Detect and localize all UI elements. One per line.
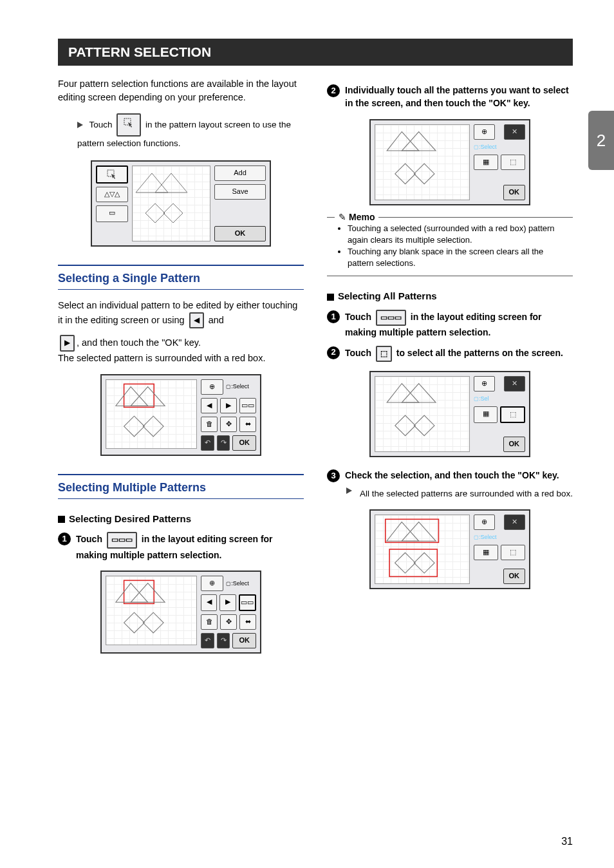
- svg-rect-27: [389, 549, 437, 576]
- rotate-ccw-button[interactable]: ↶: [201, 633, 214, 648]
- rotate-cw-button[interactable]: ↷: [217, 435, 230, 451]
- figure-layout-screen: △▽△ ▭ Add Save: [91, 160, 271, 247]
- all-step2-text: Touch ⬚ to select all the patterns on th…: [345, 346, 573, 362]
- all-step1-a: Touch: [345, 312, 371, 323]
- all-step1-b: in the layout editing screen for making …: [345, 312, 542, 338]
- mat-button[interactable]: ▭: [96, 205, 128, 222]
- move-button[interactable]: ✥: [220, 614, 237, 630]
- svg-marker-16: [387, 131, 419, 151]
- all-step-2: 2 Touch ⬚ to select all the patterns on …: [327, 346, 573, 362]
- resize-button[interactable]: ⬌: [239, 417, 256, 432]
- step-number-1-icon: 1: [327, 310, 340, 323]
- arrow-right-button[interactable]: ▶: [219, 594, 236, 611]
- select-label: ▢:Select: [226, 580, 256, 588]
- mat-preview[interactable]: [375, 514, 470, 584]
- delete-button[interactable]: 🗑: [201, 614, 218, 630]
- svg-marker-10: [143, 416, 163, 437]
- select-all-button[interactable]: ⬚: [501, 155, 525, 170]
- select-all-button[interactable]: ⬚: [500, 406, 525, 423]
- step-1: 1 Touch ▭▭▭ in the layout editing screen…: [58, 532, 304, 561]
- memo-box: Memo Touching a selected (surrounded wit…: [327, 217, 573, 277]
- zoom-button[interactable]: ⊕: [201, 379, 223, 395]
- select-all-button[interactable]: ⬚: [501, 545, 525, 560]
- ok-button[interactable]: OK: [232, 633, 256, 648]
- square-bullet-icon: [327, 294, 334, 301]
- select-label: ▢:Select: [474, 533, 525, 542]
- mat-preview[interactable]: [375, 124, 470, 200]
- h3-all-text: Selecting All Patterns: [338, 290, 437, 301]
- touch-instruction: Touch in the pattern layout screen to us…: [77, 113, 304, 151]
- svg-marker-28: [395, 552, 416, 573]
- all-step3-text: Check the selection, and then touch the …: [345, 469, 573, 482]
- heading-all-patterns: Selecting All Patterns: [327, 289, 573, 303]
- left-column: Four pattern selection functions are ava…: [58, 77, 304, 665]
- arrow-right-button[interactable]: ▶: [220, 398, 237, 413]
- zoom-button[interactable]: ⊕: [201, 576, 223, 591]
- svg-marker-18: [395, 164, 416, 184]
- close-button[interactable]: ✕: [504, 124, 525, 140]
- zoom-button[interactable]: ⊕: [474, 376, 495, 392]
- rotate-ccw-button[interactable]: ↶: [201, 435, 214, 451]
- ok-button[interactable]: OK: [232, 435, 256, 451]
- move-button[interactable]: ✥: [220, 417, 237, 432]
- single-p3: , and then touch the "OK" key.: [77, 337, 201, 348]
- svg-marker-26: [402, 522, 436, 541]
- ok-button[interactable]: OK: [503, 569, 526, 584]
- select-label: ▢:Select: [474, 143, 525, 151]
- save-button[interactable]: Save: [214, 184, 266, 200]
- all-note-text: All the selected patterns are surrounded…: [360, 487, 573, 500]
- resize-button[interactable]: ⬌: [239, 614, 256, 630]
- svg-marker-15: [143, 612, 163, 633]
- step-2-text: Individually touch all the patterns you …: [345, 84, 573, 110]
- zoom-button[interactable]: ⊕: [474, 514, 495, 530]
- rotate-cw-button[interactable]: ↷: [217, 633, 230, 648]
- svg-marker-12: [116, 583, 148, 603]
- ok-button[interactable]: OK: [214, 226, 266, 241]
- section-title: PATTERN SELECTION: [58, 39, 573, 66]
- step-number-2-icon: 2: [327, 84, 340, 97]
- ok-button[interactable]: OK: [503, 437, 526, 452]
- multi-select-button[interactable]: ▭▭: [239, 594, 256, 611]
- grid-button[interactable]: ▦: [474, 545, 498, 560]
- triangle-bullet-icon: [77, 122, 83, 128]
- triangle-bullet-icon: [346, 487, 352, 494]
- svg-marker-8: [131, 386, 165, 406]
- figure-select-all: ⊕ ✕ ▢:Sel ▦ ⬚ OK: [369, 371, 530, 457]
- mat-preview[interactable]: [132, 165, 210, 241]
- memo-item: Touching any blank space in the screen c…: [348, 246, 570, 269]
- add-button[interactable]: Add: [214, 165, 266, 181]
- svg-marker-29: [414, 552, 434, 573]
- heading-multiple-patterns: Selecting Multiple Patterns: [58, 474, 304, 499]
- heading-desired-patterns: Selecting Desired Patterns: [58, 512, 304, 526]
- ok-button[interactable]: OK: [503, 185, 526, 200]
- figure-all-selected: ⊕ ✕ ▢:Select ▦ ⬚ OK: [369, 509, 530, 589]
- all-step1-text: Touch ▭▭▭ in the layout editing screen f…: [345, 310, 573, 339]
- svg-rect-24: [386, 519, 439, 542]
- all-step2-b: to select all the patterns on the screen…: [396, 348, 563, 358]
- select-label: ▢:Select: [226, 382, 256, 391]
- svg-marker-14: [124, 612, 145, 633]
- mat-preview[interactable]: [106, 379, 197, 449]
- delete-button[interactable]: 🗑: [201, 417, 218, 432]
- multi-select-button[interactable]: ▭▭: [239, 398, 256, 413]
- svg-marker-20: [387, 384, 419, 403]
- mat-preview[interactable]: [106, 576, 197, 645]
- close-button[interactable]: ✕: [504, 514, 525, 530]
- step-number-3-icon: 3: [327, 469, 340, 482]
- grid-button[interactable]: ▦: [474, 406, 498, 423]
- flip-button[interactable]: △▽△: [96, 187, 128, 202]
- svg-marker-13: [131, 583, 165, 603]
- step-1-text: Touch ▭▭▭ in the layout editing screen f…: [76, 532, 304, 561]
- multi-select-icon: ▭▭▭: [376, 310, 406, 326]
- grid-button[interactable]: ▦: [474, 155, 498, 170]
- arrow-left-button[interactable]: ◀: [201, 398, 218, 413]
- zoom-button[interactable]: ⊕: [474, 124, 495, 140]
- single-p3-line: ▶, and then touch the "OK" key.: [58, 335, 304, 351]
- mat-preview[interactable]: [375, 376, 470, 452]
- memo-item: Touching a selected (surrounded with a r…: [348, 223, 570, 246]
- arrow-left-button[interactable]: ◀: [201, 594, 217, 611]
- selection-tool-button[interactable]: [96, 165, 128, 184]
- step-number-2-icon: 2: [327, 346, 340, 359]
- close-button[interactable]: ✕: [504, 376, 525, 392]
- svg-marker-22: [395, 415, 416, 436]
